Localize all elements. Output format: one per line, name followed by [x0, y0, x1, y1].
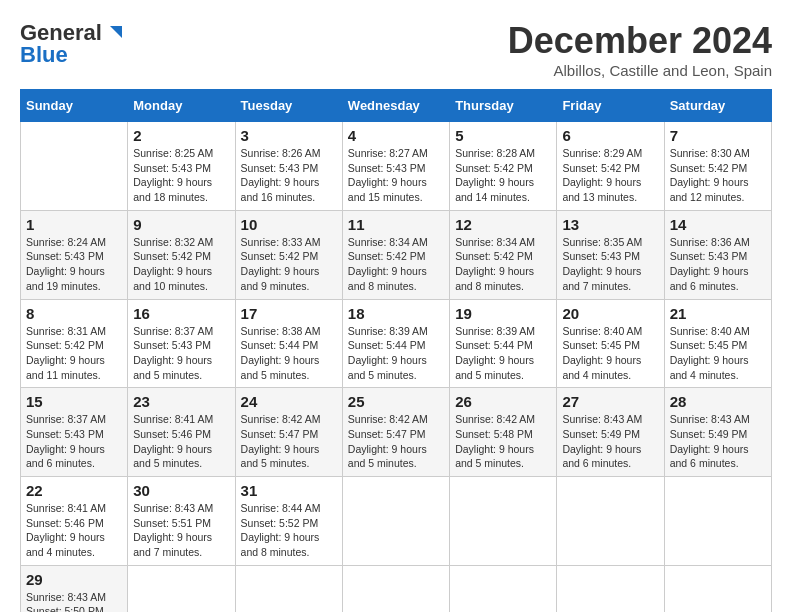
- day-number: 31: [241, 482, 337, 499]
- day-number: 18: [348, 305, 444, 322]
- calendar-cell: 7Sunrise: 8:30 AMSunset: 5:42 PMDaylight…: [664, 122, 771, 211]
- calendar-cell: [450, 565, 557, 612]
- calendar-cell: 1Sunrise: 8:24 AMSunset: 5:43 PMDaylight…: [21, 210, 128, 299]
- calendar-cell: 24Sunrise: 8:42 AMSunset: 5:47 PMDayligh…: [235, 388, 342, 477]
- cell-info: Sunrise: 8:30 AMSunset: 5:42 PMDaylight:…: [670, 146, 766, 205]
- cell-info: Sunrise: 8:31 AMSunset: 5:42 PMDaylight:…: [26, 324, 122, 383]
- cell-info: Sunrise: 8:41 AMSunset: 5:46 PMDaylight:…: [133, 412, 229, 471]
- cell-info: Sunrise: 8:35 AMSunset: 5:43 PMDaylight:…: [562, 235, 658, 294]
- calendar-cell: 6Sunrise: 8:29 AMSunset: 5:42 PMDaylight…: [557, 122, 664, 211]
- calendar-table: SundayMondayTuesdayWednesdayThursdayFrid…: [20, 89, 772, 612]
- cell-info: Sunrise: 8:36 AMSunset: 5:43 PMDaylight:…: [670, 235, 766, 294]
- day-number: 9: [133, 216, 229, 233]
- cell-info: Sunrise: 8:24 AMSunset: 5:43 PMDaylight:…: [26, 235, 122, 294]
- cell-info: Sunrise: 8:29 AMSunset: 5:42 PMDaylight:…: [562, 146, 658, 205]
- day-number: 15: [26, 393, 122, 410]
- day-header-tuesday: Tuesday: [235, 90, 342, 122]
- day-header-friday: Friday: [557, 90, 664, 122]
- cell-info: Sunrise: 8:43 AMSunset: 5:51 PMDaylight:…: [133, 501, 229, 560]
- day-number: 10: [241, 216, 337, 233]
- calendar-cell: 9Sunrise: 8:32 AMSunset: 5:42 PMDaylight…: [128, 210, 235, 299]
- calendar-cell: [664, 565, 771, 612]
- calendar-cell: [21, 122, 128, 211]
- calendar-cell: 15Sunrise: 8:37 AMSunset: 5:43 PMDayligh…: [21, 388, 128, 477]
- calendar-cell: 30Sunrise: 8:43 AMSunset: 5:51 PMDayligh…: [128, 477, 235, 566]
- cell-info: Sunrise: 8:25 AMSunset: 5:43 PMDaylight:…: [133, 146, 229, 205]
- calendar-cell: 14Sunrise: 8:36 AMSunset: 5:43 PMDayligh…: [664, 210, 771, 299]
- calendar-cell: [664, 477, 771, 566]
- cell-info: Sunrise: 8:42 AMSunset: 5:48 PMDaylight:…: [455, 412, 551, 471]
- calendar-cell: [235, 565, 342, 612]
- logo: General Blue: [20, 20, 126, 68]
- day-number: 17: [241, 305, 337, 322]
- calendar-week-row: 8Sunrise: 8:31 AMSunset: 5:42 PMDaylight…: [21, 299, 772, 388]
- cell-info: Sunrise: 8:27 AMSunset: 5:43 PMDaylight:…: [348, 146, 444, 205]
- logo-blue-text: Blue: [20, 42, 68, 68]
- calendar-cell: 13Sunrise: 8:35 AMSunset: 5:43 PMDayligh…: [557, 210, 664, 299]
- day-number: 13: [562, 216, 658, 233]
- calendar-cell: 29Sunrise: 8:43 AMSunset: 5:50 PMDayligh…: [21, 565, 128, 612]
- day-header-sunday: Sunday: [21, 90, 128, 122]
- cell-info: Sunrise: 8:39 AMSunset: 5:44 PMDaylight:…: [455, 324, 551, 383]
- day-number: 20: [562, 305, 658, 322]
- day-number: 5: [455, 127, 551, 144]
- day-number: 27: [562, 393, 658, 410]
- calendar-cell: [450, 477, 557, 566]
- calendar-cell: [557, 477, 664, 566]
- calendar-week-row: 1Sunrise: 8:24 AMSunset: 5:43 PMDaylight…: [21, 210, 772, 299]
- cell-info: Sunrise: 8:28 AMSunset: 5:42 PMDaylight:…: [455, 146, 551, 205]
- calendar-cell: 4Sunrise: 8:27 AMSunset: 5:43 PMDaylight…: [342, 122, 449, 211]
- calendar-week-row: 29Sunrise: 8:43 AMSunset: 5:50 PMDayligh…: [21, 565, 772, 612]
- calendar-cell: 28Sunrise: 8:43 AMSunset: 5:49 PMDayligh…: [664, 388, 771, 477]
- calendar-week-row: 2Sunrise: 8:25 AMSunset: 5:43 PMDaylight…: [21, 122, 772, 211]
- cell-info: Sunrise: 8:32 AMSunset: 5:42 PMDaylight:…: [133, 235, 229, 294]
- day-number: 24: [241, 393, 337, 410]
- month-title: December 2024: [508, 20, 772, 62]
- calendar-week-row: 15Sunrise: 8:37 AMSunset: 5:43 PMDayligh…: [21, 388, 772, 477]
- cell-info: Sunrise: 8:38 AMSunset: 5:44 PMDaylight:…: [241, 324, 337, 383]
- calendar-cell: 20Sunrise: 8:40 AMSunset: 5:45 PMDayligh…: [557, 299, 664, 388]
- cell-info: Sunrise: 8:43 AMSunset: 5:49 PMDaylight:…: [670, 412, 766, 471]
- day-number: 23: [133, 393, 229, 410]
- day-header-saturday: Saturday: [664, 90, 771, 122]
- day-number: 30: [133, 482, 229, 499]
- day-number: 11: [348, 216, 444, 233]
- day-number: 4: [348, 127, 444, 144]
- day-number: 28: [670, 393, 766, 410]
- calendar-cell: 19Sunrise: 8:39 AMSunset: 5:44 PMDayligh…: [450, 299, 557, 388]
- cell-info: Sunrise: 8:41 AMSunset: 5:46 PMDaylight:…: [26, 501, 122, 560]
- cell-info: Sunrise: 8:26 AMSunset: 5:43 PMDaylight:…: [241, 146, 337, 205]
- calendar-cell: 17Sunrise: 8:38 AMSunset: 5:44 PMDayligh…: [235, 299, 342, 388]
- header: General Blue December 2024 Albillos, Cas…: [20, 20, 772, 79]
- calendar-cell: 31Sunrise: 8:44 AMSunset: 5:52 PMDayligh…: [235, 477, 342, 566]
- day-number: 1: [26, 216, 122, 233]
- calendar-cell: 5Sunrise: 8:28 AMSunset: 5:42 PMDaylight…: [450, 122, 557, 211]
- day-number: 2: [133, 127, 229, 144]
- calendar-cell: [342, 477, 449, 566]
- cell-info: Sunrise: 8:40 AMSunset: 5:45 PMDaylight:…: [670, 324, 766, 383]
- calendar-cell: 16Sunrise: 8:37 AMSunset: 5:43 PMDayligh…: [128, 299, 235, 388]
- cell-info: Sunrise: 8:37 AMSunset: 5:43 PMDaylight:…: [133, 324, 229, 383]
- day-header-thursday: Thursday: [450, 90, 557, 122]
- cell-info: Sunrise: 8:42 AMSunset: 5:47 PMDaylight:…: [348, 412, 444, 471]
- calendar-cell: 21Sunrise: 8:40 AMSunset: 5:45 PMDayligh…: [664, 299, 771, 388]
- calendar-cell: 3Sunrise: 8:26 AMSunset: 5:43 PMDaylight…: [235, 122, 342, 211]
- cell-info: Sunrise: 8:43 AMSunset: 5:49 PMDaylight:…: [562, 412, 658, 471]
- calendar-cell: 11Sunrise: 8:34 AMSunset: 5:42 PMDayligh…: [342, 210, 449, 299]
- day-number: 26: [455, 393, 551, 410]
- calendar-cell: 26Sunrise: 8:42 AMSunset: 5:48 PMDayligh…: [450, 388, 557, 477]
- calendar-cell: 12Sunrise: 8:34 AMSunset: 5:42 PMDayligh…: [450, 210, 557, 299]
- cell-info: Sunrise: 8:39 AMSunset: 5:44 PMDaylight:…: [348, 324, 444, 383]
- calendar-cell: 8Sunrise: 8:31 AMSunset: 5:42 PMDaylight…: [21, 299, 128, 388]
- calendar-cell: [128, 565, 235, 612]
- day-number: 21: [670, 305, 766, 322]
- cell-info: Sunrise: 8:34 AMSunset: 5:42 PMDaylight:…: [455, 235, 551, 294]
- location-subtitle: Albillos, Castille and Leon, Spain: [508, 62, 772, 79]
- cell-info: Sunrise: 8:37 AMSunset: 5:43 PMDaylight:…: [26, 412, 122, 471]
- day-number: 22: [26, 482, 122, 499]
- cell-info: Sunrise: 8:42 AMSunset: 5:47 PMDaylight:…: [241, 412, 337, 471]
- day-number: 19: [455, 305, 551, 322]
- day-number: 29: [26, 571, 122, 588]
- day-header-monday: Monday: [128, 90, 235, 122]
- cell-info: Sunrise: 8:34 AMSunset: 5:42 PMDaylight:…: [348, 235, 444, 294]
